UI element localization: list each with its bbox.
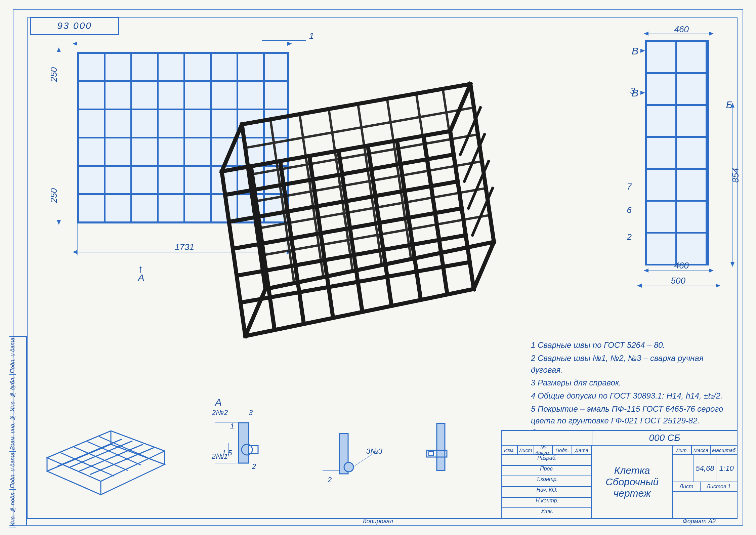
balloon-2: 2 [627, 232, 632, 242]
note-line: 3 Размеры для справок. [531, 377, 732, 389]
revision-strip: Подп. и дата Инв. № дубл. Взам. инв. № П… [9, 336, 27, 526]
side-elevation [645, 40, 709, 265]
note-line: 1 Сварные швы по ГОСТ 5264 – 80. [531, 339, 732, 351]
svg-line-15 [222, 124, 242, 171]
svg-line-33 [329, 110, 352, 270]
detail-B: 3№3 2 [323, 430, 390, 481]
tb-name: Клетка [614, 465, 650, 476]
dim-cell-h2: 250 [49, 188, 59, 203]
svg-line-58 [74, 447, 128, 470]
balloon-1: 1 [309, 31, 314, 41]
rev-cell: Инв. № дубл. [9, 375, 16, 413]
tb-mass: 54,68 [694, 455, 715, 482]
tb-name2: Сборочный чертеж [592, 476, 672, 499]
svg-rect-10 [437, 423, 445, 470]
balloon-6: 6 [627, 205, 632, 215]
tb-scale: 1:10 [716, 455, 737, 482]
tb-code: 000 СБ [592, 431, 737, 445]
dim-side-bot: 460 [674, 260, 689, 271]
rev-cell: Подп. и дата [9, 452, 16, 490]
svg-marker-48 [47, 431, 165, 481]
rev-cell: Взам. инв. № [9, 413, 16, 452]
section-B: В [632, 45, 638, 57]
detail-aux [413, 420, 467, 477]
svg-rect-0 [239, 423, 249, 463]
svg-rect-2 [249, 446, 258, 454]
svg-line-55 [79, 444, 143, 471]
title-block: 000 СБ Изм. Лист № докум. Подп. Дата Раз… [501, 430, 738, 519]
balloon-7: 7 [627, 181, 632, 192]
svg-rect-12 [429, 452, 433, 456]
dim-side-height: 854 [730, 168, 741, 182]
note-line: 2 Сварные швы №1, №2, №3 – сварка ручная… [531, 353, 732, 376]
leader [262, 40, 306, 41]
detail-A-drawing [215, 409, 276, 470]
dim-overall-width: 1731 [175, 242, 194, 252]
rev-cell: Подп. и дата [9, 337, 16, 375]
rev-cell: Инв. № подл. [9, 490, 16, 528]
footer-format: Формат А2 [683, 518, 716, 525]
isometric-render [202, 54, 521, 390]
drawing-sheet: 93 000 Подп. и дата Инв. № дубл. Взам. и… [0, 0, 756, 535]
svg-line-60 [99, 437, 153, 460]
note-line: 4 Общие допуски по ГОСТ 30893.1: H14, h1… [531, 390, 732, 402]
svg-line-57 [60, 453, 114, 476]
balloon-3: 3 [630, 86, 635, 96]
footer-copy: Копировал [363, 518, 393, 525]
dim-side-top: 460 [674, 24, 689, 35]
dim-side-overall: 500 [671, 276, 685, 286]
svg-point-7 [344, 462, 353, 472]
dim-cell-h1: 250 [49, 67, 59, 82]
section-arrow-A: А [138, 265, 144, 284]
svg-line-34 [358, 106, 382, 264]
drawing-number: 93 000 [30, 17, 119, 35]
svg-line-17 [474, 242, 494, 289]
isometric-small [34, 414, 175, 508]
detail-A: А 2№2 2№1 3 1 2 1,5 [215, 397, 302, 470]
svg-line-32 [300, 115, 323, 276]
svg-line-35 [387, 101, 411, 258]
svg-line-36 [417, 96, 440, 252]
svg-line-31 [270, 120, 294, 282]
svg-line-18 [245, 289, 265, 336]
svg-line-9 [353, 454, 373, 467]
